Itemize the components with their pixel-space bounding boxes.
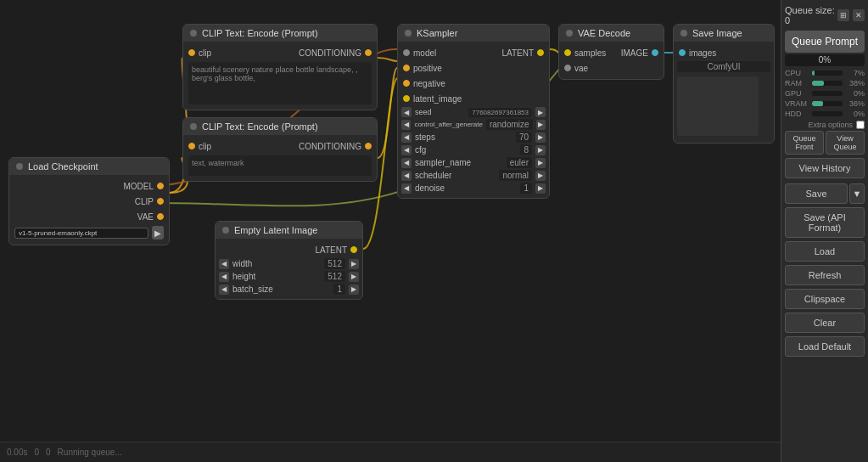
clip1-text[interactable]: beautiful scenery nature place bottle la…	[188, 62, 372, 104]
node-clip1-ports: clip CONDITIONING	[183, 45, 377, 60]
cfg-increment[interactable]: ▶	[535, 145, 546, 155]
node-title-ksampler: KSampler	[417, 28, 457, 38]
denoise-increment[interactable]: ▶	[535, 183, 546, 194]
cfg-label: cfg	[415, 145, 517, 155]
scheduler-label: scheduler	[415, 171, 496, 180]
panel-icon-x[interactable]: ✕	[853, 9, 865, 21]
port-label-latent-out: LATENT	[221, 245, 347, 255]
node-title-clip2: CLIP Text: Encode (Prompt)	[202, 121, 318, 132]
play-btn[interactable]: ▶	[152, 226, 164, 239]
width-increment[interactable]: ▶	[349, 259, 359, 269]
stats-hdd-bar	[812, 111, 843, 116]
steps-increment[interactable]: ▶	[535, 132, 546, 143]
port-label-images-in: images	[689, 48, 769, 58]
panel-icons: ⊞ ✕	[837, 9, 865, 21]
stats-vram-label: VRAM	[785, 99, 809, 108]
sampler-decrement[interactable]: ◀	[401, 158, 412, 168]
stats-vram-fill	[812, 101, 823, 106]
height-decrement[interactable]: ◀	[219, 272, 229, 282]
queue-prompt-button[interactable]: Queue Prompt	[785, 31, 865, 53]
control-value: randomize	[486, 119, 533, 130]
stats-cpu: CPU 7%	[785, 68, 865, 78]
ksampler-latent-row: latent_image	[398, 91, 549, 106]
progress-bar-container: 0%	[785, 54, 865, 66]
latent-width-row: ◀ width 512 ▶	[216, 257, 362, 270]
stats-ram-label: RAM	[785, 79, 809, 87]
sampler-value: euler	[507, 157, 532, 168]
node-ksampler: KSampler model LATENT positive negat	[397, 24, 550, 199]
ckpt-dropdown[interactable]: v1-5-pruned-emaonly.ckpt	[14, 228, 148, 239]
status-bar: 0.00s 0 0 Running queue...	[0, 442, 781, 462]
port-dot-clip2-in	[188, 143, 195, 149]
node-body-ksampler: model LATENT positive negative latent_im…	[398, 42, 549, 198]
denoise-value: 1	[520, 183, 532, 194]
port-label-clip: CLIP	[14, 197, 154, 206]
stats-gpu: GPU 0%	[785, 88, 865, 99]
node-load-checkpoint: Load Checkpoint MODEL CLIP VAE v1-5-prun…	[8, 157, 170, 245]
filename-value: ComfyUI	[677, 61, 770, 72]
status-loading: Running queue...	[58, 448, 122, 457]
sampler-increment[interactable]: ▶	[535, 158, 546, 168]
queue-size-label: Queue size: 0	[785, 5, 837, 25]
batch-decrement[interactable]: ◀	[219, 285, 229, 295]
control-decrement[interactable]: ◀	[401, 120, 411, 130]
queue-front-button[interactable]: Queue Front	[785, 131, 824, 155]
height-increment[interactable]: ▶	[349, 272, 359, 282]
clipspace-button[interactable]: Clipspace	[785, 289, 865, 309]
refresh-button[interactable]: Refresh	[785, 265, 865, 285]
clear-button[interactable]: Clear	[785, 313, 865, 333]
latent-height-row: ◀ height 512 ▶	[216, 270, 362, 283]
control-increment[interactable]: ▶	[536, 120, 546, 130]
node-vae-decode: VAE Decode samples IMAGE vae	[558, 24, 664, 80]
panel-title-row: Queue size: 0 ⊞ ✕	[785, 3, 865, 27]
port-dot-vae	[157, 213, 164, 220]
save-button[interactable]: Save	[785, 183, 848, 204]
sampler-label: sampler_name	[415, 158, 503, 167]
node-header-vae: VAE Decode	[559, 25, 664, 42]
port-label-conditioning2-out: CONDITIONING	[299, 142, 361, 151]
ckpt-name: v1-5-pruned-emaonly.ckpt	[19, 229, 97, 237]
node-body-load-checkpoint: MODEL CLIP VAE v1-5-pruned-emaonly.ckpt …	[9, 175, 169, 245]
batch-increment[interactable]: ▶	[349, 285, 359, 295]
seed-increment[interactable]: ▶	[535, 107, 546, 117]
scheduler-decrement[interactable]: ◀	[401, 171, 412, 181]
stats-ram-fill	[812, 81, 824, 86]
save-api-button[interactable]: Save (API Format)	[785, 207, 865, 238]
load-default-button[interactable]: Load Default	[785, 336, 865, 357]
cfg-decrement[interactable]: ◀	[401, 145, 412, 155]
node-header-clip1: CLIP Text: Encode (Prompt)	[183, 25, 377, 42]
node-dot	[405, 30, 412, 37]
node-body-clip2: clip CONDITIONING text, watermark	[183, 135, 377, 181]
port-label-vae: VAE	[14, 212, 154, 222]
ckpt-row: v1-5-pruned-emaonly.ckpt ▶	[9, 224, 169, 241]
port-dot-latent-out	[350, 246, 357, 253]
denoise-decrement[interactable]: ◀	[401, 183, 412, 194]
steps-label: steps	[415, 132, 512, 142]
canvas-area[interactable]: Load Checkpoint MODEL CLIP VAE v1-5-prun…	[0, 0, 781, 462]
node-body-clip1: clip CONDITIONING beautiful scenery natu…	[183, 42, 377, 110]
stats-hdd-label: HDD	[785, 110, 809, 118]
load-button[interactable]: Load	[785, 241, 865, 262]
seed-decrement[interactable]: ◀	[401, 107, 412, 117]
steps-decrement[interactable]: ◀	[401, 132, 412, 143]
port-dot-negative-in	[403, 80, 410, 87]
panel-icon-grid[interactable]: ⊞	[837, 9, 849, 21]
stats-cpu-fill	[812, 70, 815, 76]
clip2-text[interactable]: text, watermark	[188, 155, 372, 176]
port-label-clip2-in: clip	[199, 142, 211, 151]
scheduler-increment[interactable]: ▶	[535, 171, 546, 181]
extra-options-checkbox[interactable]	[856, 121, 865, 129]
save-dropdown-button[interactable]: ▼	[849, 183, 865, 204]
node-port-vae: VAE	[9, 209, 169, 224]
width-decrement[interactable]: ◀	[219, 259, 229, 269]
view-history-button[interactable]: View History	[785, 158, 865, 178]
seed-label: seed	[415, 108, 465, 116]
node-body-save: images ComfyUI	[674, 42, 774, 143]
node-dot	[190, 123, 197, 130]
stats-vram-bar	[812, 101, 843, 106]
node-header-ksampler: KSampler	[398, 25, 549, 42]
stats-hdd-value: 0%	[846, 110, 865, 118]
stats-vram: VRAM 36%	[785, 99, 865, 109]
status-text-3: 0	[46, 448, 51, 457]
view-queue-button[interactable]: View Queue	[826, 131, 865, 155]
